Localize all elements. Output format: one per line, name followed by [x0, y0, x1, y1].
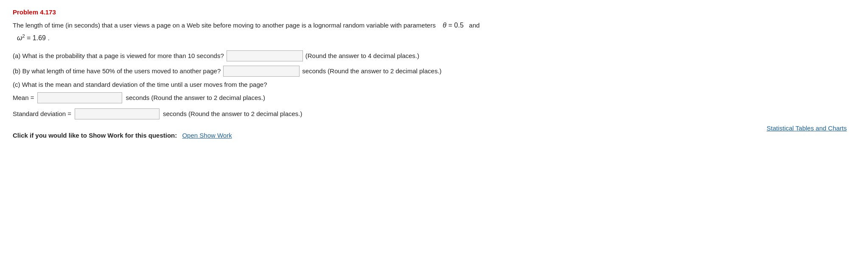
questions-section: (a) What is the probability that a page … [13, 50, 855, 119]
open-show-work-link[interactable]: Open Show Work [182, 132, 232, 139]
question-c-row: (c) What is the mean and standard deviat… [13, 81, 855, 88]
std-hint: seconds (Round the answer to 2 decimal p… [163, 110, 302, 117]
question-b-row: (b) By what length of time have 50% of t… [13, 66, 855, 77]
period: . [48, 34, 49, 42]
question-a-hint: (Round the answer to 4 decimal places.) [305, 52, 419, 59]
omega-param: ω2 = 1.69 [17, 34, 48, 42]
statement-text-part1: The length of time (in seconds) that a u… [13, 22, 436, 29]
mean-row: Mean = seconds (Round the answer to 2 de… [13, 92, 855, 103]
question-a-row: (a) What is the probability that a page … [13, 50, 855, 61]
mean-hint: seconds (Round the answer to 2 decimal p… [126, 94, 265, 101]
mean-label: Mean = [13, 94, 34, 101]
bottom-section: Statistical Tables and Charts Click if y… [13, 125, 855, 139]
mean-input[interactable] [37, 92, 122, 103]
omega-param-block: ω2 = 1.69 . [17, 33, 855, 42]
problem-statement: The length of time (in seconds) that a u… [13, 20, 855, 31]
show-work-prompt: Click if you would like to Show Work for… [13, 132, 177, 139]
stat-tables-link[interactable]: Statistical Tables and Charts [767, 125, 847, 132]
std-row: Standard deviation = seconds (Round the … [13, 108, 855, 119]
question-b-input[interactable] [223, 66, 300, 77]
question-c-label: (c) What is the mean and standard deviat… [13, 81, 267, 88]
question-b-label: (b) By what length of time have 50% of t… [13, 67, 221, 75]
question-a-input[interactable] [227, 50, 303, 61]
show-work-row: Click if you would like to Show Work for… [13, 132, 855, 139]
question-b-hint: seconds (Round the answer to 2 decimal p… [302, 67, 442, 75]
and-text: and [469, 22, 480, 29]
theta-param: θ = 0.5 [443, 22, 466, 29]
problem-container: Problem 4.173 The length of time (in sec… [13, 8, 855, 139]
question-a-label: (a) What is the probability that a page … [13, 52, 224, 59]
problem-title: Problem 4.173 [13, 8, 855, 16]
std-label: Standard deviation = [13, 110, 71, 117]
std-input[interactable] [75, 108, 160, 119]
